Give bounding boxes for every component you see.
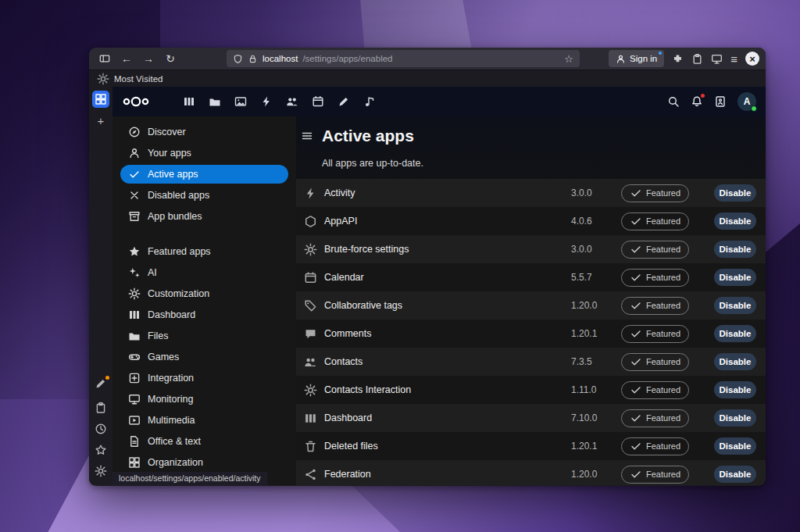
app-row-collaborative-tags: Collaborative tags 1.20.0 Featured Disab… [296,291,766,320]
sidebar-item-discover[interactable]: Discover [120,123,288,141]
app-name[interactable]: Federation [324,469,571,480]
close-window-button[interactable]: × [745,52,759,66]
app-menu-button[interactable]: ≡ [730,52,738,66]
sidebar-item-dashboard[interactable]: Dashboard [120,305,288,324]
disable-button[interactable]: Disable [714,409,756,427]
photos-app-icon[interactable] [234,95,247,108]
sidebar-item-files[interactable]: Files [120,327,288,345]
tag-icon [304,299,317,312]
most-visited-bookmark[interactable]: Most Visited [114,74,162,84]
bookmarks-icon[interactable] [95,444,107,456]
disable-button[interactable]: Disable [714,184,756,202]
bookmarks-bar: Most Visited [89,70,766,87]
sidebar-collapse-icon[interactable] [301,130,313,142]
gear-icon [304,384,317,397]
url-path: /settings/apps/enabled [302,54,392,63]
disable-button[interactable]: Disable [714,241,756,258]
sidebar-item-your-apps[interactable]: Your apps [120,144,288,162]
sidebar-item-customization[interactable]: Customization [120,284,288,303]
bookmark-folder-icon [97,73,109,85]
disable-button[interactable]: Disable [714,437,756,455]
avatar[interactable]: A [738,92,756,111]
sidebar-item-integration[interactable]: Integration [120,369,288,387]
contacts-app-icon[interactable] [286,95,298,108]
notification-dot [105,376,109,380]
pocket-tray-icon[interactable] [691,53,703,65]
app-name[interactable]: Comments [324,328,571,339]
disable-button[interactable]: Disable [714,466,756,483]
featured-badge: Featured [621,437,689,455]
check-icon [630,327,642,340]
sidebar-item-multimedia[interactable]: Multimedia [120,411,288,430]
settings-icon[interactable] [95,465,107,477]
app-name[interactable]: Dashboard [324,412,571,423]
new-tab-button[interactable]: + [98,114,105,127]
compass-icon [128,126,141,138]
monitor-icon [128,393,141,405]
app-name[interactable]: Contacts [324,356,571,367]
history-icon[interactable] [95,423,107,435]
notifications-button[interactable] [691,95,703,108]
url-bar[interactable]: localhost /settings/apps/enabled ☆ [227,50,580,67]
sidebar-item-label: Organization [148,457,203,468]
app-name[interactable]: AppAPI [324,216,571,227]
app-version: 1.20.1 [571,328,621,339]
nextcloud-logo[interactable] [122,95,150,109]
back-button[interactable]: ← [117,50,136,67]
update-status-text: All apps are up-to-date. [322,157,766,170]
bookmark-star-icon[interactable]: ☆ [564,53,573,65]
contacts-menu-icon[interactable] [714,95,727,108]
calendar-app-icon[interactable] [312,95,324,108]
dashboard-app-icon[interactable] [183,95,195,108]
disable-button[interactable]: Disable [714,297,756,314]
library-icon[interactable] [95,402,107,414]
app-name[interactable]: Calendar [324,272,571,283]
sidebar-item-games[interactable]: Games [120,348,288,366]
app-row-federation: Federation 1.20.0 Featured Disable [296,460,766,485]
sidebar-item-featured-apps[interactable]: Featured apps [120,242,288,261]
lock-icon[interactable] [248,54,258,64]
document-icon [128,435,141,448]
reload-button[interactable]: ↻ [161,50,180,67]
app-row-contacts-interaction: Contacts Interaction 1.11.0 Featured Dis… [296,376,766,404]
notes-app-icon[interactable] [338,95,350,108]
active-apps-main: Active apps All apps are up-to-date. Act… [296,116,766,485]
app-name[interactable]: Brute-force settings [324,244,571,255]
sign-in-button[interactable]: Sign in [609,50,664,67]
app-row-deleted-files: Deleted files 1.20.1 Featured Disable [296,432,766,460]
disable-button[interactable]: Disable [714,269,756,286]
disable-button[interactable]: Disable [714,381,756,398]
sidebar-item-disabled-apps[interactable]: Disabled apps [120,186,288,205]
sidebar-toggle-button[interactable] [95,50,114,67]
app-row-comments: Comments 1.20.1 Featured Disable [296,320,766,348]
lightning-icon [304,187,317,200]
folder-icon [128,330,141,342]
sidebar-item-monitoring[interactable]: Monitoring [120,390,288,409]
active-tab[interactable] [92,91,109,108]
forward-button[interactable]: → [139,50,158,67]
tracking-shield-icon[interactable] [233,54,243,64]
tools-button[interactable] [95,377,107,393]
sidebar-item-office-text[interactable]: Office & text [120,432,288,451]
music-app-icon[interactable] [363,95,376,108]
check-icon [630,243,642,255]
check-icon [630,271,642,284]
activity-app-icon[interactable] [260,95,273,108]
sidebar-item-app-bundles[interactable]: App bundles [120,207,288,226]
extensions-puzzle-icon[interactable] [672,53,684,65]
app-name[interactable]: Collaborative tags [324,300,571,311]
files-app-icon[interactable] [209,95,221,108]
sidebar-item-organization[interactable]: Organization [120,453,288,472]
check-icon [630,187,642,199]
app-name[interactable]: Contacts Interaction [324,384,571,395]
disable-button[interactable]: Disable [714,212,756,230]
app-name[interactable]: Activity [324,187,571,198]
sidebar-item-label: Your apps [148,148,191,159]
search-icon[interactable] [667,95,680,108]
app-name[interactable]: Deleted files [324,441,571,452]
sidebar-item-active-apps[interactable]: Active apps [120,165,288,184]
disable-button[interactable]: Disable [714,325,756,342]
browser-tools-icon[interactable] [711,53,723,65]
sidebar-item-ai[interactable]: AI [120,263,288,282]
disable-button[interactable]: Disable [714,353,756,370]
